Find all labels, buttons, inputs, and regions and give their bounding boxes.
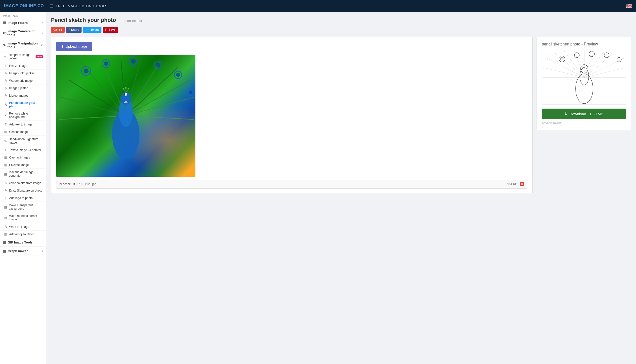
pinterest-save-button[interactable]: P Save [103, 27, 118, 33]
sidebar-item-add-text[interactable]: TAdd text to image [0, 121, 46, 128]
draw-signature-icon: ✎ [4, 188, 8, 192]
filters-chevron: ‹ [42, 21, 43, 24]
facebook-share-button[interactable]: f Share [66, 27, 82, 33]
watermark-icon: ✎ [4, 79, 8, 82]
sidebar-item-rounded-corner[interactable]: ▦Make rounded corner image [0, 212, 46, 223]
placeholder-label: Placeholder image generator [9, 170, 43, 178]
sidebar-item-pixelate[interactable]: ▦Pixelate image [0, 161, 46, 169]
sidebar-item-compress[interactable]: ✎compress image onlineNEW [0, 52, 46, 62]
manipulation-items-list: ✎compress image onlineNEW+Resize image✎I… [0, 52, 46, 238]
svg-point-33 [123, 88, 124, 90]
draw-signature-label: Draw Signature on photo [9, 189, 42, 192]
sidebar-group-conversion[interactable]: ⟳ Image Conversion tools ‹ [0, 27, 46, 39]
graph-icon: ▦ [3, 249, 6, 253]
preview-panel: pencil sketched photo - Preview [536, 37, 631, 130]
layout: Image Tools ▦ Image Filters ‹ ⟳ Image Co… [0, 12, 636, 364]
download-button[interactable]: ⬇ Download - 1.39 MB [542, 108, 626, 119]
sidebar-item-resize[interactable]: +Resize image [0, 62, 46, 70]
sidebar-item-overlay[interactable]: ▦Overlay images [0, 154, 46, 161]
sidebar-item-add-logo[interactable]: +Add logo to photo [0, 194, 46, 202]
pencil-label: Pencil sketch your photo [9, 101, 43, 108]
manipulation-chevron: ∨ [41, 44, 43, 47]
sidebar-item-remove-white[interactable]: ✕Remove white background [0, 110, 46, 121]
header: IMAGE ONLINE.CO ☰ FREE IMAGE EDITING TOO… [0, 0, 636, 12]
svg-point-35 [128, 88, 129, 90]
svg-line-9 [61, 97, 126, 116]
menu-icon[interactable]: ☰ [50, 4, 54, 8]
sketch-preview-image [542, 50, 626, 104]
filters-label: Image Filters [8, 21, 28, 24]
page-title: Pencil sketch your photo [51, 17, 116, 23]
sidebar-item-watermark[interactable]: ✎Watermark image [0, 77, 46, 84]
sidebar-item-text-to-image[interactable]: TText to image Generator [0, 146, 46, 154]
sidebar-item-write-on-image[interactable]: ✎Write on image [0, 223, 46, 230]
censor-icon: ▦ [4, 130, 8, 134]
sketch-svg [542, 50, 626, 104]
svg-point-77 [582, 67, 583, 68]
twitter-label: Tweet [91, 28, 99, 32]
file-info-bar: peacock-2363750_1920.jpg 951 KB ✕ [56, 180, 527, 188]
svg-point-23 [189, 90, 192, 94]
svg-point-17 [131, 59, 136, 64]
google-plus-button[interactable]: G+ +1 [51, 27, 65, 33]
splitter-label: Image Splitter [9, 86, 28, 90]
peacock-svg [56, 55, 195, 177]
text-to-image-icon: T [4, 148, 8, 152]
sidebar-group-manipulation[interactable]: ✎ Image Manipulation tools ∨ [0, 39, 46, 52]
site-logo[interactable]: IMAGE ONLINE.CO [4, 4, 44, 8]
sidebar-group-graph[interactable]: ▦ Graph maker ‹ [0, 247, 46, 256]
conversion-icon: ⟳ [3, 31, 6, 35]
resize-icon: + [4, 64, 8, 68]
sidebar-item-censor[interactable]: ▦Censor image [0, 128, 46, 136]
remove-white-label: Remove white background [9, 112, 43, 119]
sidebar-group-gif[interactable]: ▦ GIF Image Tools ‹ [0, 238, 46, 247]
add-emoji-label: Add emoji to photo [9, 232, 34, 236]
file-remove-button[interactable]: ✕ [520, 182, 524, 186]
preview-title: pencil sketched photo - Preview [542, 42, 626, 46]
overlay-icon: ▦ [4, 156, 8, 159]
facebook-label: Share [71, 28, 79, 32]
sidebar-item-add-emoji[interactable]: ▦Add emoji to photo [0, 230, 46, 238]
upload-icon: ⬆ [61, 44, 64, 48]
add-logo-icon: + [4, 196, 8, 200]
sidebar-item-draw-signature[interactable]: ✎Draw Signature on photo [0, 187, 46, 194]
upload-image-button[interactable]: ⬆ Upload image [56, 42, 92, 51]
compress-label: compress image online [9, 53, 34, 60]
sidebar-section-label: Image Tools [0, 12, 46, 18]
sidebar: Image Tools ▦ Image Filters ‹ ⟳ Image Co… [0, 12, 46, 364]
flag-icon: 🇺🇸 [626, 3, 632, 9]
svg-point-34 [125, 87, 127, 89]
sidebar-item-transparent-bg[interactable]: ▦Make Transparent background [0, 202, 46, 212]
sidebar-item-pencil[interactable]: ✎Pencil sketch your photo [0, 100, 46, 110]
text-to-image-label: Text to image Generator [9, 148, 41, 152]
handwritten-icon: ✎ [4, 139, 7, 143]
svg-point-28 [124, 93, 125, 95]
header-nav-label: FREE IMAGE EDITING TOOLS [56, 4, 108, 8]
sidebar-item-placeholder[interactable]: ▦Placeholder image generator [0, 169, 46, 180]
sidebar-item-merge[interactable]: ✎Merge Images [0, 92, 46, 100]
page-subtitle: Free online tool [120, 19, 142, 22]
conversion-label: Image Conversion tools [8, 29, 42, 37]
google-icon: G+ [54, 28, 58, 32]
sidebar-item-handwritten[interactable]: ✎Handwritten Signature image [0, 136, 46, 146]
write-on-image-label: Write on image [9, 225, 29, 228]
upload-panel: ⬆ Upload image [51, 37, 532, 194]
file-name: peacock-2363750_1920.jpg [60, 182, 507, 186]
conversion-chevron: ‹ [42, 32, 43, 34]
transparent-bg-label: Make Transparent background [9, 204, 43, 210]
pinterest-label: Save [109, 28, 116, 32]
sidebar-group-filters[interactable]: ▦ Image Filters ‹ [0, 18, 46, 27]
compress-icon: ✎ [4, 55, 7, 59]
handwritten-label: Handwritten Signature image [9, 138, 43, 144]
source-image-preview [56, 55, 195, 177]
sidebar-item-color-palette[interactable]: ✎color palette from image [0, 180, 46, 187]
twitter-icon: 🐦 [86, 28, 89, 32]
color-picker-icon: ✎ [4, 71, 8, 75]
download-icon: ⬇ [564, 112, 568, 116]
gif-label: GIF Image Tools [8, 240, 33, 244]
twitter-tweet-button[interactable]: 🐦 Tweet [83, 27, 101, 33]
sidebar-item-splitter[interactable]: ✎Image Splitter [0, 84, 46, 92]
add-logo-label: Add logo to photo [9, 196, 33, 200]
resize-label: Resize image [9, 64, 27, 68]
sidebar-item-color-picker[interactable]: ✎Image Color picker [0, 70, 46, 77]
